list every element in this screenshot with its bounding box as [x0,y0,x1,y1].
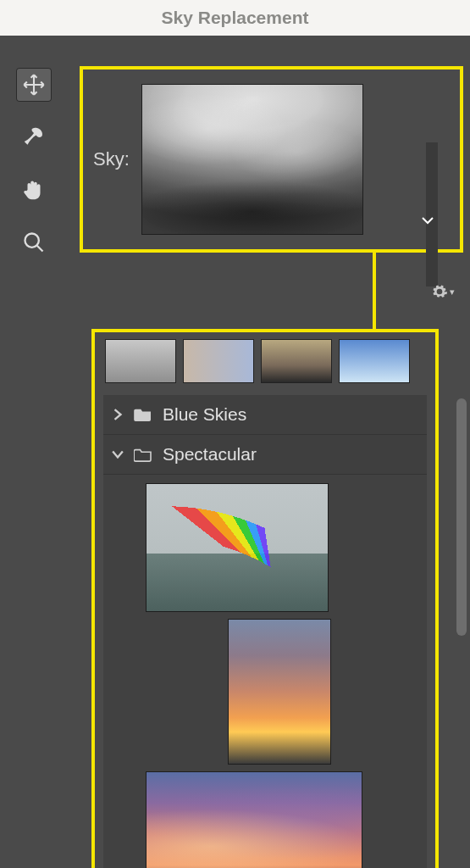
rainbow-icon [147,484,328,611]
recent-thumb[interactable] [339,339,410,383]
preset-thumb[interactable] [146,771,362,868]
preset-thumb[interactable] [228,619,331,765]
preset-folders: Blue Skies Spectacular [103,395,427,868]
panel-body: Sky: ▾ [0,36,470,868]
preset-scrollbar[interactable] [456,398,467,636]
brush-tool[interactable] [16,120,52,154]
move-tool[interactable] [16,68,52,102]
sunset-icon [229,620,330,764]
folder-spectacular-contents [103,475,427,868]
zoom-tool[interactable] [16,225,52,259]
sky-label: Sky: [93,148,130,170]
sunset-wide-icon [147,772,362,868]
chevron-down-icon [112,448,124,460]
tool-strip [8,68,59,259]
sky-preview-thumbnail[interactable] [141,84,363,235]
sky-dropdown-handle[interactable] [426,142,438,287]
folder-icon [134,407,152,422]
recent-thumb[interactable] [183,339,254,383]
preset-options-button[interactable]: ▾ [431,283,455,300]
stormy-clouds-icon [142,85,362,234]
window-titlebar: Sky Replacement [0,0,470,36]
recent-presets-row [95,332,435,390]
recent-thumb[interactable] [105,339,176,383]
chevron-right-icon [112,409,124,420]
folder-open-icon [134,447,152,462]
gear-icon [431,283,448,300]
recent-thumb[interactable] [261,339,332,383]
svg-point-0 [25,234,39,248]
sky-dropdown-highlight: Sky: [80,66,463,253]
folder-spectacular[interactable]: Spectacular [103,435,427,475]
preset-picker-highlight: Blue Skies Spectacular [91,329,439,868]
sky-panel: Sky: [80,66,463,253]
folder-blue-skies[interactable]: Blue Skies [103,395,427,435]
hand-tool[interactable] [16,173,52,207]
chevron-down-icon[interactable] [421,215,434,225]
window-title: Sky Replacement [162,8,309,28]
folder-label: Spectacular [163,444,257,465]
preset-thumb[interactable] [146,483,329,612]
folder-label: Blue Skies [163,404,246,425]
